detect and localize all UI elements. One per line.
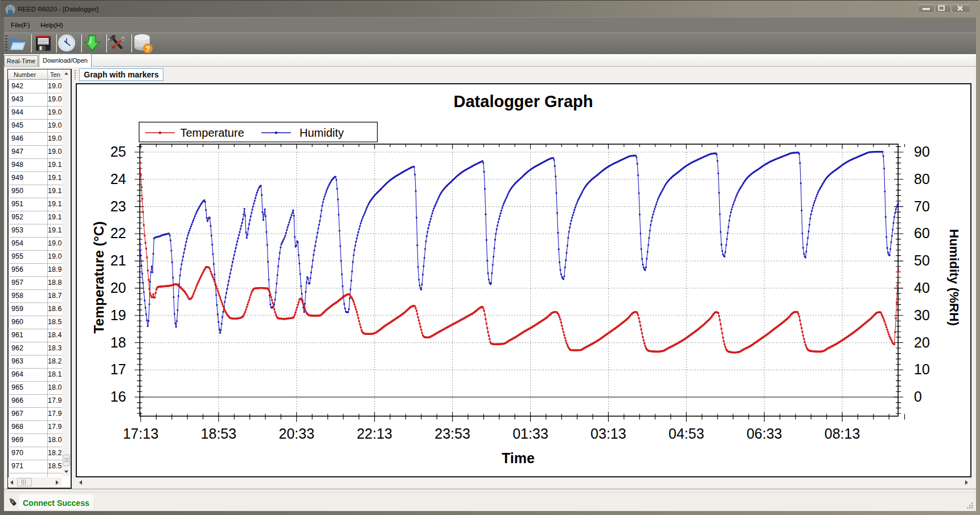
svg-text:25: 25 — [110, 144, 126, 160]
svg-text:01:33: 01:33 — [512, 426, 548, 442]
svg-text:08:13: 08:13 — [825, 426, 860, 442]
svg-text:Datalogger Graph: Datalogger Graph — [454, 92, 593, 111]
svg-text:21: 21 — [110, 252, 126, 268]
svg-text:20: 20 — [110, 280, 126, 296]
svg-text:40: 40 — [914, 280, 930, 296]
svg-text:10: 10 — [914, 361, 930, 377]
svg-text:23:53: 23:53 — [434, 426, 470, 442]
svg-text:19: 19 — [110, 307, 126, 323]
svg-text:20: 20 — [914, 334, 930, 350]
svg-text:50: 50 — [914, 252, 930, 268]
svg-text:17: 17 — [110, 361, 126, 377]
svg-text:Humidity: Humidity — [300, 126, 344, 139]
svg-text:04:53: 04:53 — [669, 426, 704, 442]
svg-text:06:33: 06:33 — [747, 426, 782, 442]
svg-text:Temperature: Temperature — [181, 126, 244, 139]
svg-text:30: 30 — [914, 307, 930, 323]
svg-text:60: 60 — [914, 225, 930, 241]
svg-text:22:13: 22:13 — [356, 426, 392, 442]
svg-text:18: 18 — [110, 334, 126, 350]
svg-text:24: 24 — [110, 171, 126, 187]
svg-text:17:13: 17:13 — [123, 426, 159, 442]
svg-text:90: 90 — [914, 144, 930, 160]
svg-text:Time: Time — [502, 450, 535, 466]
svg-text:22: 22 — [110, 225, 126, 241]
svg-text:18:53: 18:53 — [201, 426, 237, 442]
svg-text:0: 0 — [914, 389, 922, 404]
svg-text:20:33: 20:33 — [279, 426, 315, 442]
svg-text:80: 80 — [914, 171, 930, 187]
svg-text:16: 16 — [110, 389, 126, 404]
svg-text:70: 70 — [914, 198, 930, 214]
svg-text:03:13: 03:13 — [591, 426, 626, 442]
svg-text:Temperature (°C): Temperature (°C) — [91, 221, 106, 333]
svg-text:23: 23 — [110, 198, 126, 214]
svg-text:Humidity (%RH): Humidity (%RH) — [947, 229, 961, 326]
